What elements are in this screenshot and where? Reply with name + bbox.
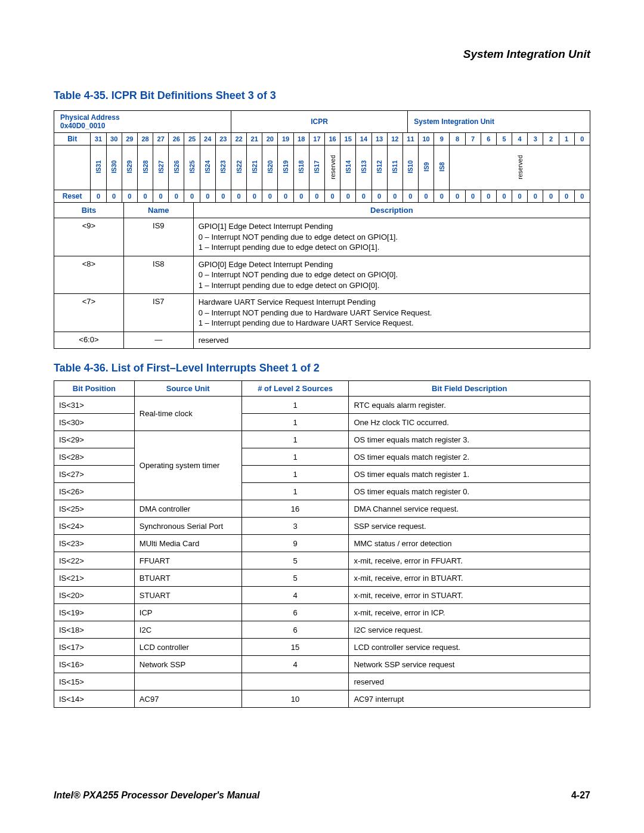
int-bitpos: IS<22> [54, 552, 135, 569]
bit-row-label: Bit [54, 133, 91, 145]
int-bitpos: IS<31> [54, 397, 135, 414]
reset-value: 0 [419, 190, 434, 203]
bit-name: IS10 [402, 145, 418, 190]
reset-value: 0 [528, 190, 543, 203]
int-description: I2C service request. [349, 621, 590, 639]
reset-value: 0 [434, 190, 450, 203]
int-level2-count: 1 [242, 397, 349, 414]
bit-number: 2 [543, 133, 559, 145]
reset-value: 0 [481, 190, 496, 203]
reset-value: 0 [184, 190, 200, 203]
reset-value: 0 [324, 190, 340, 203]
register-meta-table: Physical Address 0x40D0_0010 ICPR System… [54, 110, 590, 133]
bit-layout-table: Bit3130292827262524232221201918171615141… [54, 132, 590, 203]
int-bitpos: IS<20> [54, 587, 135, 604]
int-description: OS timer equals match register 0. [349, 483, 590, 500]
int-description: SSP service request. [349, 518, 590, 535]
int-description: x-mit, receive, error in BTUART. [349, 569, 590, 587]
bit-reserved: reserved [324, 145, 340, 190]
int-source: LCD controller [134, 639, 242, 656]
def-description: GPIO[0] Edge Detect Interrupt Pending0 –… [193, 256, 590, 294]
reset-value: 0 [387, 190, 402, 203]
int-level2-count: 16 [242, 500, 349, 518]
int-description: OS timer equals match register 2. [349, 448, 590, 466]
bit-name: IS24 [200, 145, 215, 190]
int-header-desc: Bit Field Description [349, 381, 590, 397]
chapter-title: System Integration Unit [54, 48, 590, 61]
int-level2-count: 6 [242, 604, 349, 621]
bit-name: IS19 [278, 145, 293, 190]
int-description: MMC status / error detection [349, 535, 590, 552]
int-header-source: Source Unit [134, 381, 242, 397]
int-level2-count: 15 [242, 639, 349, 656]
bit-number: 15 [340, 133, 356, 145]
bit-number: 8 [450, 133, 465, 145]
bit-number: 20 [262, 133, 278, 145]
bit-name: IS8 [434, 145, 450, 190]
reset-value: 0 [91, 190, 106, 203]
bit-number: 12 [387, 133, 402, 145]
int-level2-count: 5 [242, 552, 349, 569]
int-description: RTC equals alarm register. [349, 397, 590, 414]
int-source: Network SSP [134, 656, 242, 673]
bit-number: 23 [215, 133, 231, 145]
bit-number: 6 [481, 133, 496, 145]
bit-name: IS18 [293, 145, 309, 190]
int-level2-count: 3 [242, 518, 349, 535]
bit-number: 14 [356, 133, 371, 145]
reset-value: 0 [450, 190, 465, 203]
bit-number: 0 [574, 133, 590, 145]
int-level2-count: 4 [242, 656, 349, 673]
bit-name: IS29 [122, 145, 137, 190]
int-bitpos: IS<18> [54, 621, 135, 639]
def-description: GPIO[1] Edge Detect Interrupt Pending0 –… [193, 218, 590, 256]
int-level2-count: 10 [242, 690, 349, 708]
int-description: DMA Channel service request. [349, 500, 590, 518]
bit-number: 31 [91, 133, 106, 145]
footer: Intel® PXA255 Processor Developer's Manu… [54, 790, 590, 801]
bit-number: 21 [247, 133, 262, 145]
bit-number: 28 [137, 133, 153, 145]
bit-number: 3 [528, 133, 543, 145]
bit-name: IS28 [137, 145, 153, 190]
int-description: OS timer equals match register 3. [349, 431, 590, 448]
int-bitpos: IS<25> [54, 500, 135, 518]
bit-number: 7 [465, 133, 481, 145]
def-bits: <9> [54, 218, 124, 256]
int-source: FFUART [134, 552, 242, 569]
int-source: Synchronous Serial Port [134, 518, 242, 535]
reset-value: 0 [278, 190, 293, 203]
int-level2-count: 4 [242, 587, 349, 604]
bit-number: 25 [184, 133, 200, 145]
bit-number: 13 [371, 133, 387, 145]
defs-header-desc: Description [193, 203, 590, 218]
int-bitpos: IS<29> [54, 431, 135, 448]
bit-name: IS31 [91, 145, 106, 190]
physical-address-label: Physical Address [60, 113, 120, 122]
reset-value: 0 [215, 190, 231, 203]
int-bitpos: IS<16> [54, 656, 135, 673]
bit-name: IS11 [387, 145, 402, 190]
bit-number: 16 [324, 133, 340, 145]
reset-value: 0 [262, 190, 278, 203]
reset-value: 0 [106, 190, 122, 203]
int-source: ICP [134, 604, 242, 621]
int-bitpos: IS<15> [54, 673, 135, 690]
bit-number: 5 [496, 133, 512, 145]
reset-value: 0 [340, 190, 356, 203]
bit-number: 4 [512, 133, 528, 145]
int-description: OS timer equals match register 1. [349, 466, 590, 483]
bit-name: IS21 [247, 145, 262, 190]
bit-number: 24 [200, 133, 215, 145]
bit-number: 27 [153, 133, 169, 145]
int-level2-count: 1 [242, 448, 349, 466]
int-bitpos: IS<27> [54, 466, 135, 483]
int-bitpos: IS<21> [54, 569, 135, 587]
int-description: One Hz clock TIC occurred. [349, 414, 590, 431]
int-source: DMA controller [134, 500, 242, 518]
int-level2-count [242, 673, 349, 690]
bit-number: 10 [419, 133, 434, 145]
bit-number: 18 [293, 133, 309, 145]
bit-name: IS26 [169, 145, 184, 190]
reset-value: 0 [402, 190, 418, 203]
